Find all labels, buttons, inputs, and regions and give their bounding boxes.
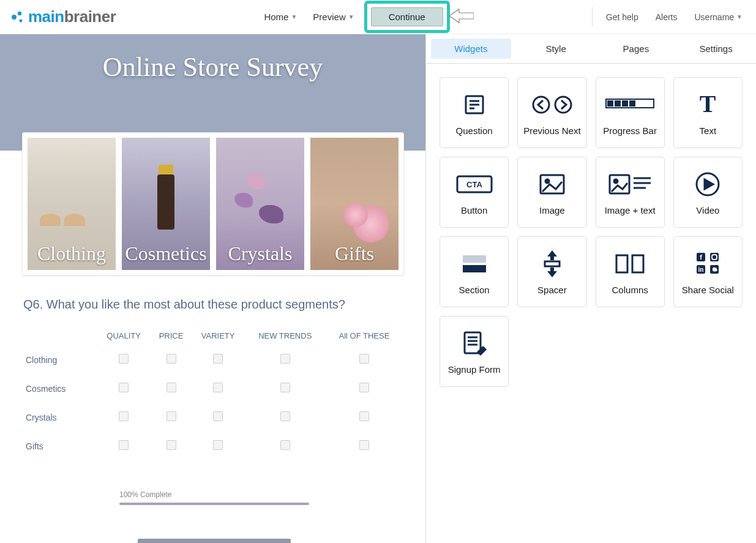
checkbox[interactable] xyxy=(119,440,129,450)
widget-button[interactable]: CTAButton xyxy=(440,157,509,228)
widget-previous-next[interactable]: Previous Next xyxy=(517,77,586,148)
checkbox[interactable] xyxy=(167,440,176,450)
logo-text-sub: brainer xyxy=(64,7,116,26)
continue-highlight: Continue xyxy=(364,1,450,33)
svg-rect-33 xyxy=(632,255,643,272)
row-label: Crystals xyxy=(23,403,97,432)
checkbox[interactable] xyxy=(213,440,223,450)
spacer-icon xyxy=(540,249,564,279)
widget-label: Previous Next xyxy=(523,125,580,136)
svg-marker-3 xyxy=(449,9,474,23)
row-label: Clothing xyxy=(23,345,97,374)
widget-video[interactable]: Video xyxy=(673,157,743,228)
widget-label: Section xyxy=(459,285,490,295)
widget-columns[interactable]: Columns xyxy=(596,236,665,307)
nav-username[interactable]: Username▼ xyxy=(687,7,750,27)
chevron-down-icon: ▼ xyxy=(291,13,297,20)
checkbox[interactable] xyxy=(167,411,176,421)
nav-center: Home▼ Preview▼ Continue xyxy=(256,1,451,33)
tab-pages[interactable]: Pages xyxy=(596,36,676,61)
checkbox[interactable] xyxy=(280,440,290,450)
matrix-question-table: QUALITY PRICE VARIETY NEW TRENDS All OF … xyxy=(23,326,403,460)
nav-home[interactable]: Home▼ xyxy=(256,7,304,27)
category-frame: Clothing Cosmetics Crystals Gifts xyxy=(22,132,404,275)
nav-alerts[interactable]: Alerts xyxy=(648,7,685,27)
columns-icon xyxy=(614,249,646,279)
brand-logo: mainbrainer xyxy=(11,7,116,26)
col-variety: VARIETY xyxy=(192,326,245,345)
survey-title: Online Store Survey xyxy=(103,51,323,83)
checkbox[interactable] xyxy=(119,383,129,392)
checkbox[interactable] xyxy=(167,383,176,392)
widget-label: Spacer xyxy=(537,285,567,295)
widget-question[interactable]: Question xyxy=(440,77,509,148)
section-icon xyxy=(461,249,488,279)
share-social-icon: fin xyxy=(694,249,721,279)
previous-button[interactable]: Previous xyxy=(138,539,291,543)
category-tile-crystals[interactable]: Crystals xyxy=(216,138,304,270)
widget-image[interactable]: Image xyxy=(517,157,586,228)
checkbox[interactable] xyxy=(213,383,223,392)
nav-preview[interactable]: Preview▼ xyxy=(305,7,361,27)
chevron-down-icon: ▼ xyxy=(736,13,743,20)
svg-point-21 xyxy=(614,179,618,183)
question-block: Q6. What you like the most about these p… xyxy=(23,298,403,460)
widget-label: Progress Bar xyxy=(603,125,657,136)
checkbox[interactable] xyxy=(280,411,290,421)
checkbox[interactable] xyxy=(167,354,176,364)
image-text-icon xyxy=(608,170,652,199)
category-tile-gifts[interactable]: Gifts xyxy=(310,138,399,270)
widget-label: Image + text xyxy=(605,205,656,215)
text-icon: T xyxy=(694,90,721,119)
tab-settings[interactable]: Settings xyxy=(676,36,756,61)
checkbox[interactable] xyxy=(359,354,369,364)
checkbox[interactable] xyxy=(119,411,129,421)
svg-text:CTA: CTA xyxy=(466,180,482,189)
previous-next-icon xyxy=(531,90,574,119)
svg-text:T: T xyxy=(700,91,716,118)
category-tile-cosmetics[interactable]: Cosmetics xyxy=(122,138,210,270)
tab-widgets[interactable]: Widgets xyxy=(431,39,511,59)
widget-progress-bar[interactable]: Progress Bar xyxy=(596,77,665,148)
panel-tabs: Widgets Style Pages Settings xyxy=(426,34,756,64)
continue-button[interactable]: Continue xyxy=(371,7,443,26)
checkbox[interactable] xyxy=(280,354,290,364)
header-bar: mainbrainer Home▼ Preview▼ Continue Get … xyxy=(0,0,756,34)
checkbox[interactable] xyxy=(213,411,223,421)
category-tile-clothing[interactable]: Clothing xyxy=(28,138,116,270)
svg-point-8 xyxy=(533,97,549,113)
progress-block: 100% Complete xyxy=(119,490,309,505)
svg-rect-27 xyxy=(463,255,486,263)
checkbox[interactable] xyxy=(359,440,369,450)
table-row: Gifts xyxy=(23,432,403,460)
checkbox[interactable] xyxy=(213,354,223,364)
svg-rect-28 xyxy=(463,265,486,272)
checkbox[interactable] xyxy=(359,383,369,392)
widget-label: Share Social xyxy=(682,285,734,295)
question-title: Q6. What you like the most about these p… xyxy=(23,298,403,312)
nav-right: Get help Alerts Username▼ xyxy=(592,7,750,27)
widget-label: Image xyxy=(539,205,565,215)
widget-image-text[interactable]: Image + text xyxy=(596,157,665,228)
row-label: Gifts xyxy=(23,432,97,460)
nav-help[interactable]: Get help xyxy=(599,7,646,27)
tab-style[interactable]: Style xyxy=(516,36,596,61)
signup-form-icon xyxy=(461,329,488,358)
col-quality: QUALITY xyxy=(97,326,151,345)
button-icon: CTA xyxy=(456,170,493,199)
widget-signup-form[interactable]: Signup Form xyxy=(440,316,509,387)
checkbox[interactable] xyxy=(280,383,290,392)
checkbox[interactable] xyxy=(119,354,129,364)
checkbox[interactable] xyxy=(359,411,369,421)
right-panel: Widgets Style Pages Settings QuestionPre… xyxy=(425,34,756,543)
widget-label: Columns xyxy=(612,285,648,295)
video-icon xyxy=(694,170,721,199)
widget-section[interactable]: Section xyxy=(440,236,509,307)
widget-share-social[interactable]: finShare Social xyxy=(673,236,743,307)
svg-rect-13 xyxy=(622,100,628,107)
widget-text[interactable]: TText xyxy=(673,77,743,148)
progress-label: 100% Complete xyxy=(119,490,309,499)
widget-spacer[interactable]: Spacer xyxy=(517,236,586,307)
svg-rect-30 xyxy=(545,261,560,266)
table-row: Clothing xyxy=(23,345,403,374)
